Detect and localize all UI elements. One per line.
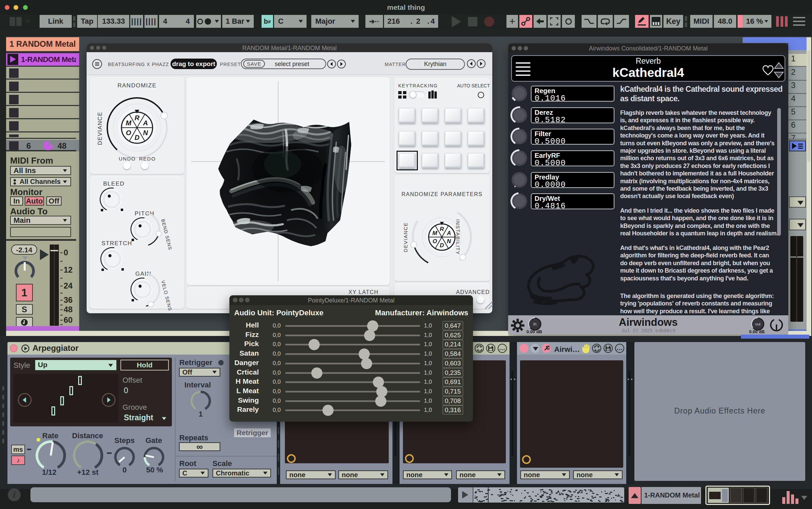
svg-text:R: R [135, 114, 140, 122]
svg-text:D: D [440, 242, 444, 249]
svg-text:A: A [447, 230, 451, 236]
svg-text:O: O [433, 238, 437, 245]
svg-text:M: M [126, 119, 132, 127]
svg-text:R: R [440, 226, 444, 232]
svg-text:A: A [143, 119, 148, 127]
svg-text:O: O [126, 129, 131, 136]
svg-text:N: N [143, 129, 148, 136]
svg-text:N: N [447, 238, 451, 245]
svg-text:M: M [432, 230, 437, 236]
svg-text:D: D [135, 134, 139, 141]
